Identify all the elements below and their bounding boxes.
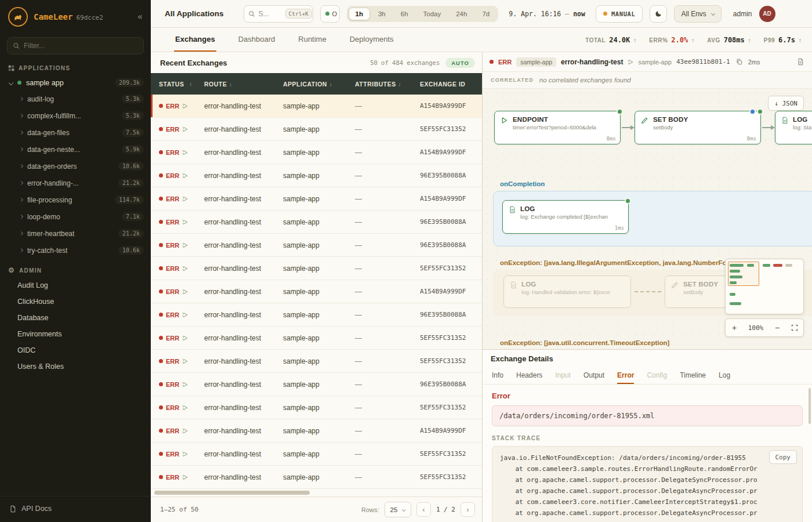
onexception-log-node[interactable]: LOG log: Handled validation error: ${exc…: [503, 276, 631, 308]
sidebar-admin-item[interactable]: Database: [0, 310, 151, 326]
sidebar-collapse-button[interactable]: «: [137, 12, 143, 22]
time-range-button[interactable]: 6h: [394, 8, 415, 20]
prev-page-button[interactable]: ‹: [416, 502, 431, 517]
sidebar-route-item[interactable]: data-gen-neste... 5.9k: [0, 141, 151, 158]
sidebar-route-item[interactable]: data-gen-orders 10.6k: [0, 158, 151, 175]
error-dot: [159, 336, 163, 340]
oncompletion-log-node[interactable]: LOG log: Exchange completed [${exchan 1m…: [502, 200, 629, 234]
download-json-button[interactable]: ↓ JSON: [768, 96, 804, 111]
main-tab[interactable]: Exchanges: [174, 28, 216, 52]
vertical-scrollbar-thumb[interactable]: [809, 388, 811, 424]
application-chip[interactable]: sample-app: [516, 57, 556, 67]
detail-tab[interactable]: Headers: [516, 367, 542, 384]
auto-refresh-badge[interactable]: AUTO: [445, 58, 475, 68]
main-tab[interactable]: Deployments: [349, 28, 395, 52]
time-range-button[interactable]: 7d: [475, 8, 496, 20]
exchange-row[interactable]: ERR error-handling-test sample-app — 5EF…: [151, 257, 482, 280]
live-indicator[interactable]: O: [320, 5, 340, 23]
copy-icon[interactable]: [735, 57, 744, 66]
exchange-row[interactable]: ERR error-handling-test sample-app — A15…: [151, 187, 482, 211]
sidebar-route-item[interactable]: audit-log 5.3k: [0, 90, 151, 107]
detail-tab[interactable]: Input: [555, 367, 571, 384]
sidebar-admin-item[interactable]: Audit Log: [0, 277, 151, 293]
exchange-row[interactable]: ERR error-handling-test sample-app — 5EF…: [151, 118, 482, 141]
sidebar-route-item[interactable]: error-handling-... 21.2k: [0, 175, 151, 191]
column-header-route[interactable]: ROUTE↕: [204, 81, 283, 88]
route-fork-icon: [182, 289, 188, 295]
detail-tab[interactable]: Timeline: [680, 367, 706, 384]
detail-tab[interactable]: Info: [492, 367, 503, 384]
exchange-row[interactable]: ERR error-handling-test sample-app — A15…: [151, 141, 482, 164]
manual-refresh-button[interactable]: MANUAL: [596, 5, 643, 23]
zoom-in-button[interactable]: +: [726, 319, 743, 336]
detail-tab[interactable]: Output: [583, 367, 604, 384]
flow-node-log[interactable]: LOG log: Sta: [775, 111, 812, 144]
sidebar-route-item[interactable]: complex-fulfillm... 5.3k: [0, 107, 151, 124]
sidebar-route-item[interactable]: try-catch-test 10.6k: [0, 242, 151, 259]
exchange-row[interactable]: ERR error-handling-test sample-app — 96E…: [151, 373, 482, 396]
exchange-row[interactable]: ERR error-handling-test sample-app — A15…: [151, 280, 482, 303]
detail-tab[interactable]: Config: [647, 367, 667, 384]
exchange-row[interactable]: ERR error-handling-test sample-app — 5EF…: [151, 396, 482, 419]
sidebar-route-item[interactable]: timer-heartbeat 21.2k: [0, 225, 151, 242]
sidebar-admin-item[interactable]: ClickHouse: [0, 293, 151, 310]
time-range-display[interactable]: 9. Apr. 16:16 — now: [509, 10, 585, 18]
stat-item: ERR% 2.0% ↑: [649, 36, 694, 44]
pagination-range: 1–25 of 50: [160, 506, 198, 513]
exchange-row[interactable]: ERR error-handling-test sample-app — 5EF…: [151, 466, 482, 489]
route-name[interactable]: error-handling-test: [561, 58, 623, 66]
column-header-attributes[interactable]: ATTRIBUTES↕: [355, 81, 420, 88]
exchange-row[interactable]: ERR error-handling-test sample-app — 96E…: [151, 303, 482, 327]
sidebar-route-item[interactable]: loop-demo 7.1k: [0, 208, 151, 225]
column-header-status[interactable]: STATUS↕: [151, 81, 204, 88]
sidebar-route-item[interactable]: file-processing 114.7k: [0, 191, 151, 208]
sidebar-item-sample-app[interactable]: sample app 209.3k: [0, 75, 151, 90]
exchange-id[interactable]: 43ee9811b801-1: [676, 58, 730, 66]
exchange-row[interactable]: ERR error-handling-test sample-app — 5EF…: [151, 327, 482, 350]
rows-per-page-select[interactable]: 25: [385, 502, 411, 517]
fit-view-icon[interactable]: [786, 319, 803, 336]
exchange-row[interactable]: ERR error-handling-test sample-app — 96E…: [151, 211, 482, 234]
zoom-out-button[interactable]: −: [768, 319, 786, 336]
sidebar-admin-item[interactable]: OIDC: [0, 342, 151, 358]
exchange-count: 50 of 484 exchanges: [370, 59, 440, 66]
search-input[interactable]: [259, 10, 282, 18]
keyboard-shortcut-badge: Ctrl+K: [285, 9, 312, 19]
sidebar-route-item[interactable]: data-gen-files 7.5k: [0, 124, 151, 141]
api-docs-link[interactable]: API Docs: [0, 496, 151, 522]
exchange-row[interactable]: ERR error-handling-test sample-app — 5EF…: [151, 443, 482, 466]
route-diagram-canvas[interactable]: ↓ JSON ENDPOINT timer:errorTest?period=5…: [483, 88, 812, 349]
sidebar-admin-item[interactable]: Users & Roles: [0, 358, 151, 375]
horizontal-scrollbar[interactable]: [151, 490, 482, 496]
exchange-row[interactable]: ERR error-handling-test sample-app — A15…: [151, 419, 482, 443]
time-range-button[interactable]: 1h: [349, 8, 370, 20]
time-range-button[interactable]: 3h: [371, 8, 393, 20]
exchange-row[interactable]: ERR error-handling-test sample-app — 96E…: [151, 234, 482, 257]
column-header-exchange-id[interactable]: EXCHANGE ID: [420, 81, 482, 88]
main-tab[interactable]: Runtime: [297, 28, 327, 52]
dark-mode-toggle[interactable]: [650, 5, 667, 23]
main-tab[interactable]: Dashboard: [237, 28, 277, 52]
scrollbar-thumb[interactable]: [154, 491, 310, 495]
avatar[interactable]: AD: [759, 6, 775, 22]
sidebar-filter-input[interactable]: [24, 42, 138, 50]
column-header-application[interactable]: APPLICATION↕: [283, 81, 355, 88]
diagram-minimap[interactable]: [725, 259, 804, 314]
time-range-button[interactable]: Today: [416, 8, 448, 20]
exchange-row[interactable]: ERR error-handling-test sample-app — 5EF…: [151, 350, 482, 373]
log-file-icon[interactable]: [796, 57, 805, 67]
detail-tab[interactable]: Log: [719, 367, 730, 384]
flow-node-setbody[interactable]: SET BODY setBody 0ms: [635, 111, 761, 144]
global-search[interactable]: Ctrl+K: [244, 5, 313, 23]
flow-node-endpoint[interactable]: ENDPOINT timer:errorTest?period=5000&del…: [494, 111, 621, 144]
detail-tab[interactable]: Error: [617, 367, 634, 384]
page-title: All Applications: [165, 9, 224, 18]
environment-select[interactable]: All Envs: [674, 5, 721, 23]
time-range-button[interactable]: 24h: [449, 8, 474, 20]
detail-header: ERR sample-app error-handling-test sampl…: [483, 52, 812, 72]
next-page-button[interactable]: ›: [461, 502, 475, 517]
exchange-row[interactable]: ERR error-handling-test sample-app — 96E…: [151, 164, 482, 187]
copy-button[interactable]: Copy: [769, 450, 798, 464]
sidebar-admin-item[interactable]: Environments: [0, 326, 151, 342]
exchange-row[interactable]: ERR error-handling-test sample-app — A15…: [151, 95, 482, 118]
